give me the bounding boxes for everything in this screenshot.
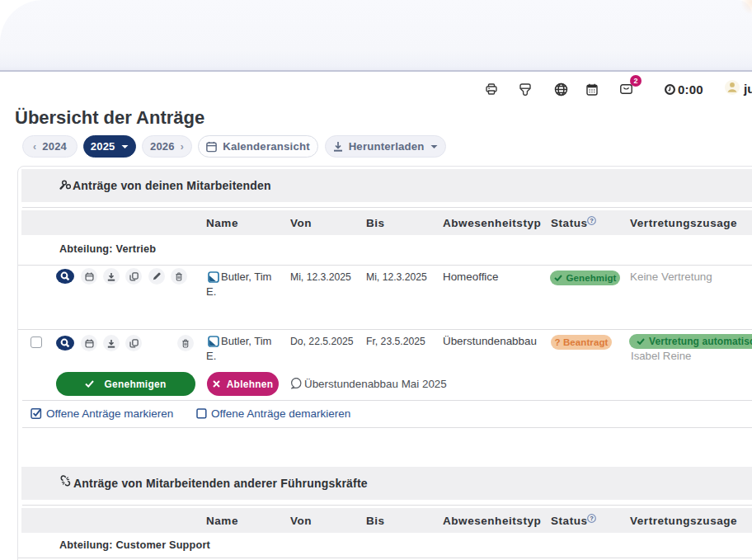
svg-text:?: ? — [590, 515, 594, 522]
svg-text:?: ? — [590, 217, 594, 224]
